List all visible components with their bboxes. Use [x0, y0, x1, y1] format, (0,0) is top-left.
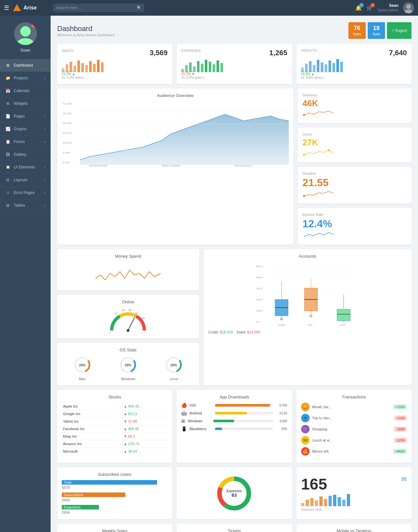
- profits-value: 7,640: [389, 49, 407, 57]
- stock-name: Ebay Inc: [62, 433, 122, 440]
- user-avatar[interactable]: [403, 2, 414, 13]
- audience-chart: 31.59 25.00 20.00 15.00 10.00 5.00 0.00 …: [62, 101, 289, 167]
- svg-text:08/11/2009: 08/11/2009: [162, 164, 180, 167]
- list-item: 🤖 Android 2126: [181, 411, 287, 416]
- sidebar-label-widgets: Widgets: [14, 101, 28, 106]
- metrics-col: Sessions 46K Users 27K Duration 21.55: [298, 89, 411, 245]
- sidebar-item-calendar[interactable]: 📅Calendar: [0, 85, 51, 97]
- dashboard-icon: ⊞: [5, 63, 10, 68]
- duration-sparkline: [302, 189, 335, 198]
- svg-text:5.00: 5.00: [63, 151, 70, 154]
- sessions-card: Sessions 46K: [298, 89, 411, 123]
- trans-icon-shopping: 🛒: [301, 425, 310, 433]
- sidebar-notif: 9: [31, 24, 36, 28]
- svg-rect-34: [321, 62, 323, 72]
- android-count: 2126: [276, 411, 287, 415]
- sidebar-avatar: 9: [14, 22, 37, 45]
- blackberry-count: 285: [276, 427, 287, 431]
- graphs-icon: 📈: [5, 127, 10, 131]
- sidebar-item-ui-elements[interactable]: 🔲UI Elements›: [0, 161, 51, 174]
- sidebar-label-ui-elements: UI Elements: [14, 165, 35, 169]
- sidebar-item-tables[interactable]: ⊞Tables›: [0, 199, 51, 212]
- expansions-bar: Expansions: [62, 505, 99, 509]
- svg-text:80: 80: [135, 312, 138, 314]
- header-buttons: 76 Sales 18 Tasks ↑ Export: [348, 22, 411, 39]
- tasks-button[interactable]: 18 Tasks: [368, 22, 385, 39]
- sidebar-item-forms[interactable]: 📋Forms›: [0, 136, 51, 148]
- stock-name: Amazon Inc: [62, 440, 122, 448]
- invoices-header: 165 ✉: [301, 475, 407, 493]
- money-os-col: Money Spend Online: [57, 249, 199, 385]
- svg-rect-39: [340, 62, 343, 72]
- sidebar-label-pages: Pages: [14, 114, 25, 119]
- svg-rect-36: [329, 60, 331, 72]
- sessions-sparkline: [302, 108, 335, 118]
- online-card: Online 0 20: [57, 295, 199, 338]
- stock-change: ▼ 66.2: [122, 433, 168, 440]
- sidebar-label-calendar: Calendar: [14, 89, 30, 93]
- svg-text:01/10/2008: 01/10/2008: [89, 164, 107, 167]
- os-stats-title: OS Stats: [62, 347, 195, 352]
- expenses-mini-chart: 0 2 4 6 8 10: [181, 59, 287, 72]
- transactions-title: Transactions: [301, 395, 407, 399]
- svg-text:03/13/2011: 03/13/2011: [234, 164, 252, 167]
- blackberry-label: Blackberry: [189, 427, 212, 431]
- svg-point-2: [405, 9, 412, 13]
- sidebar-item-gallery[interactable]: 🖼Gallery: [0, 148, 51, 161]
- svg-rect-35: [325, 64, 327, 72]
- sidebar-label-error-pages: Error Pages: [14, 190, 35, 195]
- page-header: Dashboard Welcome to Arise Admin Dashboa…: [57, 22, 411, 39]
- svg-rect-32: [313, 65, 315, 72]
- sidebar-nav: ⊞Dashboard 📁Projects› 📅Calendar ⊕Widgets…: [0, 59, 51, 212]
- notifications-bell[interactable]: 🔔 5: [355, 5, 362, 11]
- sidebar-label-forms: Forms: [14, 139, 25, 144]
- transactions-card: Transactions 🏆 Month Sal... +7250 ✈ Trip…: [297, 390, 411, 463]
- search-wrap: 🔍: [53, 4, 144, 12]
- messages-icon[interactable]: 🛒 9: [366, 5, 373, 11]
- sidebar-item-widgets[interactable]: ⊕Widgets: [0, 97, 51, 110]
- subscribed-users-card: Subscribed Users Trails 5679 Subscriptio…: [57, 467, 172, 519]
- audience-row: Audience Overview 31.59 25.00 20.00 15.0…: [57, 89, 411, 245]
- sidebar-item-layouts[interactable]: ⊟Layouts›: [0, 174, 51, 186]
- trans-amount-trip: -1100: [394, 415, 407, 421]
- search-input[interactable]: [53, 4, 144, 12]
- svg-point-58: [328, 149, 330, 151]
- weekly-sales-card: Weekly Sales 859 July Week #29: [57, 524, 172, 532]
- money-spend-chart: [62, 262, 195, 285]
- app-downloads-card: App Downloads 🍎 IOS 5769 🤖 Android 2126 …: [177, 390, 292, 463]
- sidebar-item-projects[interactable]: 📁Projects›: [0, 72, 51, 85]
- svg-text:25.00: 25.00: [63, 112, 72, 115]
- sidebar-item-graphs[interactable]: 📈Graphs›: [0, 123, 51, 136]
- stock-name: Apple Inc: [62, 403, 122, 410]
- list-item: 🍎 IOS 5769: [181, 403, 287, 408]
- export-button[interactable]: ↑ Export: [387, 22, 411, 39]
- invoices-label: Invoices sent: [301, 508, 322, 511]
- svg-text:60: 60: [129, 309, 131, 311]
- online-gauge: 0 20 40 60 80 100: [62, 308, 195, 334]
- expansions-count: 1934: [62, 510, 70, 514]
- svg-rect-100: [337, 309, 350, 321]
- sales-change: 21.2% ▲: [62, 72, 168, 76]
- stock-name: Yahoo Inc: [62, 418, 122, 425]
- tables-icon: ⊞: [5, 203, 10, 208]
- svg-rect-11: [85, 65, 88, 72]
- accounts-credit: $18,378: [220, 330, 233, 334]
- users-sparkline: [302, 148, 335, 157]
- projects-icon: 📁: [5, 76, 10, 80]
- svg-line-60: [128, 317, 135, 330]
- sidebar-item-pages[interactable]: 📄Pages›: [0, 110, 51, 123]
- sales-button[interactable]: 76 Sales: [348, 22, 366, 39]
- page-subtitle: Welcome to Arise Admin Dashboard: [57, 33, 115, 37]
- svg-text:400.0: 400.0: [256, 276, 263, 279]
- bounce-sparkline: [302, 230, 335, 239]
- svg-text:63: 63: [232, 492, 237, 498]
- audience-card: Audience Overview 31.59 25.00 20.00 15.0…: [57, 89, 293, 245]
- tables-arrow: ›: [44, 204, 45, 207]
- trans-name-lunch: Lunch at w...: [312, 438, 391, 442]
- windows-dl-count: 1068: [276, 419, 287, 423]
- hamburger-button[interactable]: ☰: [4, 4, 9, 11]
- list-item: ✈ Trip to Ven... -1100: [301, 414, 407, 422]
- user-info: Sean System Admin: [378, 3, 398, 13]
- sidebar-item-error-pages[interactable]: ⚠Error Pages›: [0, 186, 51, 199]
- sidebar-item-dashboard[interactable]: ⊞Dashboard: [0, 59, 51, 72]
